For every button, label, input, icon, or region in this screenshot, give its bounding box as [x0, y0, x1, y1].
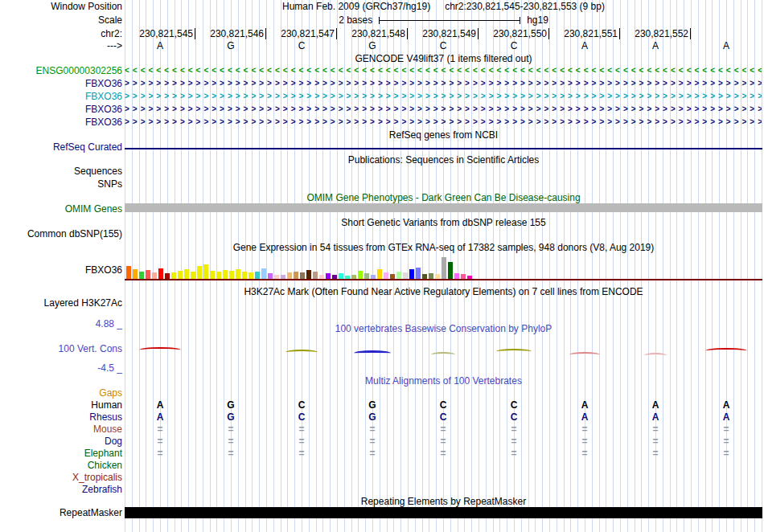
refseq-curated-gene-line[interactable] — [125, 148, 762, 149]
alignment-cell: C — [266, 411, 337, 423]
alignment-row-mouse[interactable]: ========= — [125, 424, 762, 435]
base-letter: A — [125, 40, 195, 51]
species-label-dog[interactable]: Dog — [105, 436, 122, 447]
gtex-tissue-bar — [152, 272, 157, 279]
gtex-tissue-bar — [146, 270, 150, 279]
species-label-chicken[interactable]: Chicken — [88, 460, 122, 471]
alignment-cell: A — [691, 411, 762, 423]
track-label-100-vert-cons[interactable]: 100 Vert. Cons — [59, 343, 122, 354]
gtex-tissue-bar — [326, 273, 331, 279]
species-label-mouse[interactable]: Mouse — [93, 424, 122, 435]
species-label-gaps[interactable]: Gaps — [99, 387, 122, 399]
conservation-wiggle — [569, 352, 600, 358]
gtex-tissue-bar — [429, 273, 433, 279]
alignment-cell: = — [125, 448, 195, 459]
gene-model-row[interactable]: >>>>>>>>>>>>>>>>>>>>>>>>>>>>>>>>>>>>>>>>… — [125, 91, 762, 102]
alignment-row-dog[interactable]: ========= — [125, 436, 762, 447]
gtex-tissue-bar — [351, 275, 356, 279]
label-window-position: Window Position — [51, 1, 122, 12]
gene-label-fbxo36[interactable]: FBXO36 — [85, 91, 122, 102]
gene-model-row[interactable]: >>>>>>>>>>>>>>>>>>>>>>>>>>>>>>>>>>>>>>>>… — [125, 104, 762, 115]
header-dbsnp: Short Genetic Variants from dbSNP releas… — [125, 217, 762, 228]
track-label-common-dbsnp[interactable]: Common dbSNP(155) — [27, 228, 122, 239]
gtex-tissue-bar — [203, 264, 208, 279]
genome-browser-image: Window Position Scale chr2: ---> Human F… — [0, 0, 764, 532]
conservation-wiggle — [285, 350, 318, 355]
gtex-tissue-bar — [236, 269, 240, 279]
conservation-wiggle — [139, 347, 181, 353]
gtex-tissue-bar — [261, 268, 266, 279]
track-label-repeatmasker[interactable]: RepeatMasker — [60, 507, 122, 518]
header-gencode: GENCODE V49lift37 (1 items filtered out) — [125, 53, 762, 64]
gtex-tissue-bar — [358, 271, 363, 279]
track-label-gtex-gene[interactable]: FBXO36 — [85, 264, 122, 276]
gtex-tissue-bar — [178, 271, 183, 279]
gene-label-fbxo36[interactable]: FBXO36 — [85, 104, 122, 115]
alignment-row-elephant[interactable]: ========= — [125, 448, 762, 459]
header-repeatmasker: Repeating Elements by RepeatMasker — [125, 496, 762, 507]
gtex-tissue-bar — [268, 273, 273, 279]
gtex-tissue-bar — [435, 274, 440, 279]
conservation-wiggle — [354, 350, 391, 356]
track-label-snps[interactable]: SNPs — [97, 178, 122, 190]
alignment-cell: = — [337, 448, 408, 459]
gene-model-row[interactable]: >>>>>>>>>>>>>>>>>>>>>>>>>>>>>>>>>>>>>>>>… — [125, 78, 762, 89]
label-scale: Scale — [98, 14, 122, 26]
label-strand-arrow: ---> — [107, 40, 122, 51]
gene-label-ensg00000302256[interactable]: ENSG00000302256 — [36, 65, 122, 76]
repeatmasker-bar[interactable] — [125, 507, 762, 518]
label-chromosome: chr2: — [101, 28, 122, 39]
alignment-cell: = — [549, 436, 620, 447]
assembly-text: Human Feb. 2009 (GRCh37/hg19) — [282, 1, 430, 12]
track-label-layered-h3k27ac[interactable]: Layered H3K27Ac — [44, 297, 122, 309]
alignment-row-human[interactable]: AGCGCCAAA — [125, 399, 762, 411]
track-label-refseq-curated[interactable]: RefSeq Curated — [53, 141, 122, 153]
alignment-cell: = — [337, 436, 408, 447]
gtex-tissue-bar — [294, 272, 298, 279]
alignment-row-rhesus[interactable]: AGCGCCAAA — [125, 411, 762, 423]
track-label-omim-genes[interactable]: OMIM Genes — [65, 203, 122, 215]
gene-label-fbxo36[interactable]: FBXO36 — [85, 117, 122, 128]
alignment-cell: = — [549, 448, 620, 459]
gtex-tissue-bar — [281, 275, 285, 279]
species-label-zebrafish[interactable]: Zebrafish — [82, 484, 122, 495]
ruler-coordinate-row: 230,821,545230,821,546230,821,547230,821… — [125, 28, 762, 39]
gtex-tissue-bar — [126, 266, 131, 279]
gtex-tissue-bar — [384, 272, 388, 279]
gtex-tissue-bar — [242, 272, 247, 279]
alignment-cell: A — [125, 399, 195, 411]
omim-gene-bar[interactable] — [125, 203, 762, 212]
track-label-sequences[interactable]: Sequences — [74, 166, 122, 177]
alignment-cell: G — [195, 399, 266, 411]
gtex-tissue-bar — [442, 257, 446, 279]
alignment-cell: A — [620, 399, 691, 411]
gtex-tissue-bar — [133, 269, 138, 279]
species-label-rhesus[interactable]: Rhesus — [89, 411, 122, 423]
gtex-tissue-bar — [184, 269, 189, 279]
alignment-cell: = — [479, 436, 549, 447]
base-letter: C — [266, 40, 337, 51]
alignment-cell: = — [620, 436, 691, 447]
gtex-expression-chart[interactable] — [125, 255, 762, 279]
coordinate-label: 230,821,551 — [549, 28, 620, 39]
gtex-tissue-bar — [390, 274, 395, 279]
gtex-tissue-bar — [229, 271, 234, 279]
alignment-cell: = — [195, 448, 266, 459]
species-label-human[interactable]: Human — [91, 399, 122, 411]
alignment-cell: = — [691, 424, 762, 435]
gene-label-fbxo36[interactable]: FBXO36 — [85, 78, 122, 89]
coordinate-label: 230,821,549 — [408, 28, 479, 39]
ruler-base-row: AGCGCCAAA — [125, 40, 762, 51]
species-label-x_tropicalis[interactable]: X_tropicalis — [72, 472, 122, 483]
gtex-gene-baseline — [125, 279, 762, 280]
species-label-elephant[interactable]: Elephant — [84, 448, 122, 459]
gene-model-row[interactable]: <<<<<<<<<<<<<<<<<<<<<<<<<<<<<<<<<<<<<<<<… — [125, 65, 762, 76]
gtex-tissue-bar — [403, 272, 408, 279]
scale-bases-text: 2 bases — [339, 14, 372, 26]
gtex-tissue-bar — [454, 273, 459, 279]
gtex-tissue-bar — [448, 262, 453, 279]
header-multiz: Multiz Alignments of 100 Vertebrates — [125, 375, 762, 387]
gene-model-row[interactable]: >>>>>>>>>>>>>>>>>>>>>>>>>>>>>>>>>>>>>>>>… — [125, 117, 762, 128]
gtex-tissue-bar — [332, 275, 337, 279]
conservation-wiggle — [644, 353, 667, 358]
